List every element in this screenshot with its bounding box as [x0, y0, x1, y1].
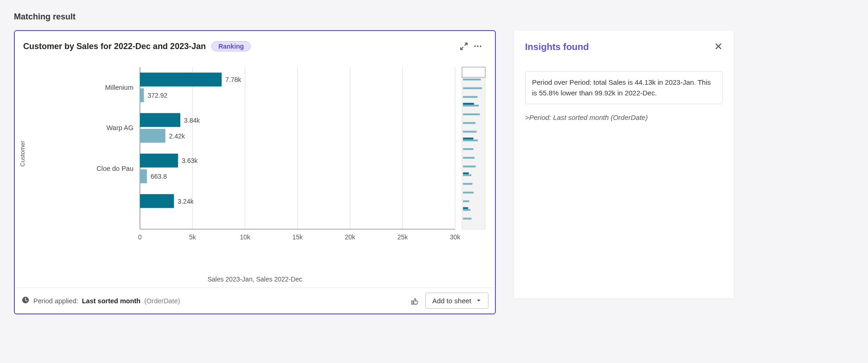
svg-rect-58: [463, 207, 468, 209]
svg-text:663.8: 663.8: [151, 173, 167, 180]
svg-rect-22: [140, 88, 144, 102]
svg-text:5k: 5k: [189, 233, 196, 241]
svg-text:0: 0: [138, 233, 142, 241]
svg-text:Millenium: Millenium: [105, 84, 133, 91]
chart-card: Customer by Sales for 2022-Dec and 2023-…: [14, 30, 496, 314]
svg-rect-48: [463, 138, 473, 139]
svg-rect-20: [140, 73, 222, 87]
add-to-sheet-label: Add to sheet: [432, 297, 471, 305]
svg-rect-32: [140, 169, 147, 183]
svg-text:2.42k: 2.42k: [169, 132, 185, 140]
svg-rect-55: [463, 192, 474, 194]
svg-rect-49: [463, 148, 474, 150]
svg-text:15k: 15k: [292, 233, 304, 241]
ranking-chip: Ranking: [211, 41, 251, 51]
chart-title: Customer by Sales for 2022-Dec and 2023-…: [23, 42, 206, 51]
period-applied-label: Period applied:: [33, 297, 78, 305]
svg-text:25k: 25k: [397, 233, 408, 241]
svg-rect-59: [463, 218, 472, 219]
svg-point-2: [480, 45, 481, 47]
period-applied-field: (OrderDate): [144, 297, 180, 305]
caret-down-icon: [476, 297, 482, 305]
svg-text:7.78k: 7.78k: [225, 76, 241, 83]
svg-rect-25: [140, 113, 180, 127]
close-icon[interactable]: ✕: [714, 41, 722, 53]
svg-rect-50: [463, 157, 475, 159]
svg-text:20k: 20k: [345, 233, 356, 241]
card-header: Customer by Sales for 2022-Dec and 2023-…: [15, 31, 495, 58]
svg-rect-45: [463, 122, 475, 124]
clock-icon: [21, 296, 30, 306]
svg-text:3.63k: 3.63k: [182, 157, 198, 164]
svg-rect-34: [140, 194, 174, 208]
add-to-sheet-button[interactable]: Add to sheet: [425, 293, 488, 309]
svg-rect-42: [463, 105, 479, 106]
svg-rect-30: [140, 154, 178, 168]
section-title: Matching result: [14, 12, 854, 22]
bar-chart[interactable]: 05k10k15k20k25k30kMillenium7.78k372.92Wa…: [43, 63, 488, 262]
svg-rect-57: [463, 209, 470, 211]
fullscreen-icon[interactable]: [457, 39, 471, 53]
period-applied-value: Last sorted month: [82, 297, 140, 305]
svg-text:3.84k: 3.84k: [184, 117, 200, 124]
insights-panel: Insights found ✕ Period over Period: tot…: [513, 30, 734, 299]
svg-rect-52: [463, 174, 471, 176]
svg-rect-43: [463, 103, 474, 105]
svg-rect-47: [463, 139, 478, 141]
svg-point-1: [477, 45, 478, 47]
svg-text:372.92: 372.92: [147, 92, 167, 99]
insights-title: Insights found: [525, 42, 589, 52]
svg-rect-46: [463, 131, 477, 132]
svg-rect-44: [463, 113, 480, 115]
insight-text: Period over Period: total Sales is 44.13…: [525, 71, 722, 104]
svg-rect-41: [463, 96, 478, 98]
thumbs-feedback-icon[interactable]: [408, 294, 422, 308]
svg-rect-51: [463, 166, 476, 168]
svg-rect-39: [463, 79, 481, 81]
svg-point-0: [474, 45, 475, 47]
svg-text:30k: 30k: [450, 233, 461, 241]
chart-body: Customer 05k10k15k20k25k30kMillenium7.78…: [15, 58, 495, 275]
insight-period-note: >Period: Last sorted month (OrderDate): [525, 113, 722, 121]
svg-text:10k: 10k: [240, 233, 251, 241]
card-footer: Period applied: Last sorted month (Order…: [15, 288, 495, 313]
svg-rect-60: [462, 67, 485, 77]
svg-text:Warp AG: Warp AG: [107, 124, 133, 131]
svg-rect-40: [463, 88, 482, 89]
svg-rect-54: [463, 183, 473, 185]
y-axis-label: Customer: [19, 141, 26, 167]
svg-text:3.24k: 3.24k: [177, 198, 194, 205]
more-menu-icon[interactable]: [471, 39, 485, 53]
svg-rect-56: [463, 200, 469, 202]
x-axis-label: Sales 2023-Jan, Sales 2022-Dec: [15, 275, 495, 288]
svg-rect-53: [463, 172, 469, 174]
svg-rect-27: [140, 129, 165, 143]
svg-text:Cloe do Pau: Cloe do Pau: [96, 165, 133, 172]
